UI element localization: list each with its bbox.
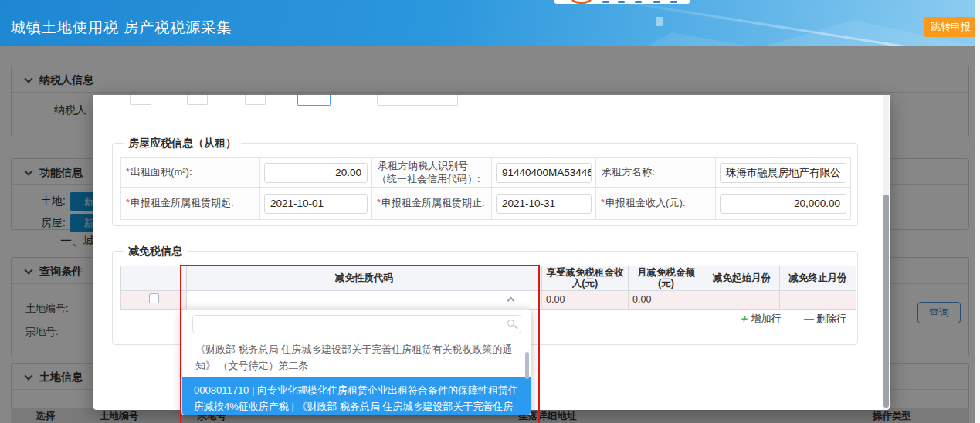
dropdown-option[interactable]: 《财政部 税务总局 住房城乡建设部关于完善住房租赁有关税收政策的通知》 （文号待…	[182, 338, 531, 377]
clipped-input[interactable]	[187, 95, 208, 105]
lessee-taxid-label: 承租方纳税人识别号（统一社会信用代码）:	[372, 158, 492, 188]
app-window: 城镇土地使用税 房产税税源采集 跳转申报 纳税人信息 纳税人 功能信息 土地: …	[0, 0, 980, 423]
row-operations: 增加行 删除行	[718, 312, 846, 326]
dropdown-search	[192, 315, 521, 333]
relief-end-cell	[780, 290, 856, 309]
tax-relief-table: 减免性质代码 享受减免税租金收入(元) 月减免税金额(元) 减免起始月份 减免终…	[120, 266, 856, 310]
add-row-button[interactable]: 增加行	[738, 313, 781, 324]
browser-scrollbar[interactable]	[975, 0, 980, 423]
clipped-input[interactable]	[245, 95, 266, 105]
lessee-name-input[interactable]: 珠海市融晨房地产有限公	[720, 163, 846, 183]
great-wall-illustration	[594, 14, 980, 46]
relief-monthly-cell: 0.00	[629, 290, 704, 309]
clipped-input-active[interactable]	[297, 95, 331, 106]
rent-income-input[interactable]: 20,000.00	[720, 194, 846, 214]
house-tax-table: *出租面积(m²): 20.00 承租方纳税人识别号（统一社会信用代码）: 91…	[120, 157, 851, 220]
relief-row-checkbox[interactable]	[149, 293, 159, 303]
page-title: 城镇土地使用税 房产税税源采集	[11, 18, 232, 38]
clipped-input[interactable]	[377, 95, 458, 106]
search-icon	[507, 320, 514, 327]
lease-start-label: *申报租金所属租赁期起:	[121, 188, 260, 220]
house-tax-legend: 房屋应税信息（从租）	[124, 137, 241, 151]
minus-icon	[804, 313, 816, 324]
jump-declare-button[interactable]: 跳转申报	[924, 17, 978, 37]
browser-logo-fragment	[554, 0, 690, 4]
dropdown-scrollbar-thumb[interactable]	[525, 352, 529, 379]
great-wall-tower	[656, 17, 663, 26]
logo-swoosh-icon	[571, 0, 592, 4]
delete-row-button[interactable]: 删除行	[804, 313, 846, 324]
modal-scrollbar-thumb[interactable]	[883, 195, 889, 408]
relief-start-cell	[704, 290, 780, 309]
rental-area-input[interactable]: 20.00	[264, 163, 368, 183]
chevron-up-icon	[507, 296, 515, 304]
rent-income-label: *申报租金收入(元):	[596, 188, 716, 220]
relief-header-income: 享受减免税租金收入(元)	[542, 266, 629, 291]
relief-header-code: 减免性质代码	[187, 266, 542, 291]
clipped-input[interactable]	[130, 95, 151, 105]
relief-header-monthly: 月减免税金额(元)	[629, 266, 704, 291]
dropdown-search-input[interactable]	[192, 315, 521, 333]
lease-start-input[interactable]: 2021-10-01	[264, 194, 368, 214]
page-header: 城镇土地使用税 房产税税源采集 跳转申报	[0, 0, 980, 46]
dropdown-option-selected[interactable]: 0008011710 | 向专业化规模化住房租赁企业出租符合条件的保障性租赁住房…	[182, 377, 531, 415]
lessee-taxid-input[interactable]: 91440400MA5344634T	[496, 163, 592, 183]
house-tax-fieldset: 房屋应税信息（从租） *出租面积(m²): 20.00 承租方纳税人识别号（统一…	[112, 143, 858, 226]
lessee-name-label: 承租方名称:	[596, 158, 716, 188]
lease-end-label: *申报租金所属租赁期止:	[372, 188, 492, 220]
relief-table-row: 0.00 0.00	[121, 290, 856, 309]
relief-code-dropdown: 《财政部 税务总局 住房城乡建设部关于完善住房租赁有关税收政策的通知》 （文号待…	[181, 309, 531, 415]
lease-end-input[interactable]: 2021-10-31	[496, 194, 592, 214]
relief-code-select[interactable]	[187, 290, 542, 309]
relief-header-start: 减免起始月份	[704, 266, 780, 291]
relief-income-cell: 0.00	[542, 290, 629, 309]
section-divider	[114, 110, 857, 110]
rental-area-label: *出租面积(m²):	[121, 158, 260, 188]
plus-icon	[738, 313, 751, 324]
tax-relief-legend: 减免税信息	[124, 245, 187, 259]
relief-header-checkbox	[121, 266, 187, 291]
relief-header-end: 减免终止月份	[780, 266, 856, 291]
modal-scrollbar	[883, 95, 889, 410]
